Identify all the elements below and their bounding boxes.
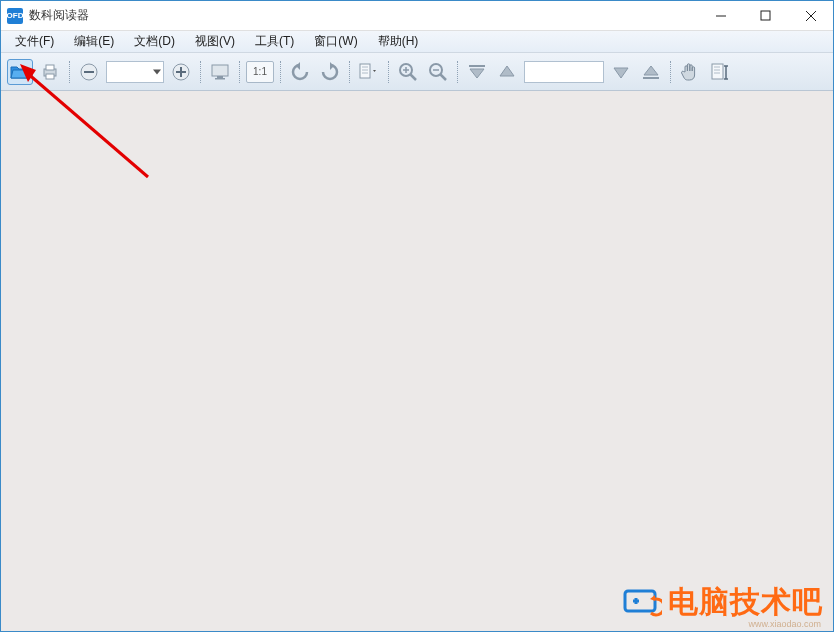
menu-tools[interactable]: 工具(T) — [247, 31, 302, 52]
page-layout-icon — [358, 62, 380, 82]
chevron-down-icon — [153, 69, 161, 74]
fit-width-button[interactable] — [207, 59, 233, 85]
svg-line-20 — [411, 74, 417, 80]
hand-tool-button[interactable] — [677, 59, 703, 85]
magnifier-minus-icon — [428, 62, 448, 82]
toolbar-separator — [455, 59, 460, 85]
window-title: 数科阅读器 — [29, 7, 89, 24]
go-first-icon — [467, 63, 487, 81]
toolbar-separator — [67, 59, 72, 85]
svg-rect-35 — [625, 591, 655, 611]
last-page-button[interactable] — [638, 59, 664, 85]
svg-rect-1 — [761, 11, 770, 20]
menu-file[interactable]: 文件(F) — [7, 31, 62, 52]
toolbar-separator — [198, 59, 203, 85]
toolbar-separator — [278, 59, 283, 85]
toolbar-separator — [386, 59, 391, 85]
titlebar: OFD 数科阅读器 — [1, 1, 833, 31]
watermark-text: 电脑技术吧 — [668, 582, 823, 623]
page-number-input[interactable] — [524, 61, 604, 83]
svg-rect-6 — [46, 74, 54, 79]
marquee-zoom-in-button[interactable] — [395, 59, 421, 85]
marquee-zoom-out-button[interactable] — [425, 59, 451, 85]
minimize-button[interactable] — [698, 1, 743, 30]
watermark-logo-icon — [622, 587, 662, 619]
svg-rect-28 — [712, 64, 723, 79]
menu-help[interactable]: 帮助(H) — [370, 31, 427, 52]
app-icon: OFD — [7, 8, 23, 24]
plus-circle-icon — [171, 62, 191, 82]
menu-view[interactable]: 视图(V) — [187, 31, 243, 52]
rotate-cw-button[interactable] — [317, 59, 343, 85]
svg-rect-5 — [46, 65, 54, 70]
open-button[interactable] — [7, 59, 33, 85]
hand-icon — [681, 62, 699, 82]
svg-rect-15 — [360, 64, 370, 78]
toolbar-separator — [347, 59, 352, 85]
watermark: 电脑技术吧 — [622, 582, 823, 623]
document-viewport[interactable]: 电脑技术吧 www.xiaodao.com — [1, 91, 833, 631]
magnifier-plus-icon — [398, 62, 418, 82]
menu-edit[interactable]: 编辑(E) — [66, 31, 122, 52]
close-button[interactable] — [788, 1, 833, 30]
menu-document[interactable]: 文档(D) — [126, 31, 183, 52]
zoom-out-button[interactable] — [76, 59, 102, 85]
monitor-icon — [210, 63, 230, 81]
actual-size-button[interactable]: 1:1 — [246, 61, 274, 83]
toolbar-separator — [237, 59, 242, 85]
svg-rect-14 — [215, 78, 225, 80]
svg-rect-13 — [217, 76, 223, 78]
next-page-button[interactable] — [608, 59, 634, 85]
maximize-button[interactable] — [743, 1, 788, 30]
watermark-url: www.xiaodao.com — [748, 619, 821, 629]
first-page-button[interactable] — [464, 59, 490, 85]
rotate-left-icon — [290, 62, 310, 82]
prev-page-button[interactable] — [494, 59, 520, 85]
toolbar: 1:1 — [1, 53, 833, 91]
folder-open-icon — [10, 64, 30, 80]
toolbar-separator — [668, 59, 673, 85]
select-tool-button[interactable] — [707, 59, 733, 85]
minus-circle-icon — [79, 62, 99, 82]
arrow-down-icon — [612, 63, 630, 81]
svg-rect-12 — [212, 65, 228, 76]
go-last-icon — [641, 63, 661, 81]
text-select-icon — [711, 62, 729, 82]
printer-icon — [41, 63, 59, 81]
zoom-in-button[interactable] — [168, 59, 194, 85]
svg-line-24 — [441, 74, 447, 80]
menubar: 文件(F) 编辑(E) 文档(D) 视图(V) 工具(T) 窗口(W) 帮助(H… — [1, 31, 833, 53]
arrow-up-icon — [498, 63, 516, 81]
page-layout-button[interactable] — [356, 59, 382, 85]
menu-window[interactable]: 窗口(W) — [306, 31, 365, 52]
window-controls — [698, 1, 833, 30]
zoom-combo[interactable] — [106, 61, 164, 83]
print-button[interactable] — [37, 59, 63, 85]
rotate-ccw-button[interactable] — [287, 59, 313, 85]
rotate-right-icon — [320, 62, 340, 82]
